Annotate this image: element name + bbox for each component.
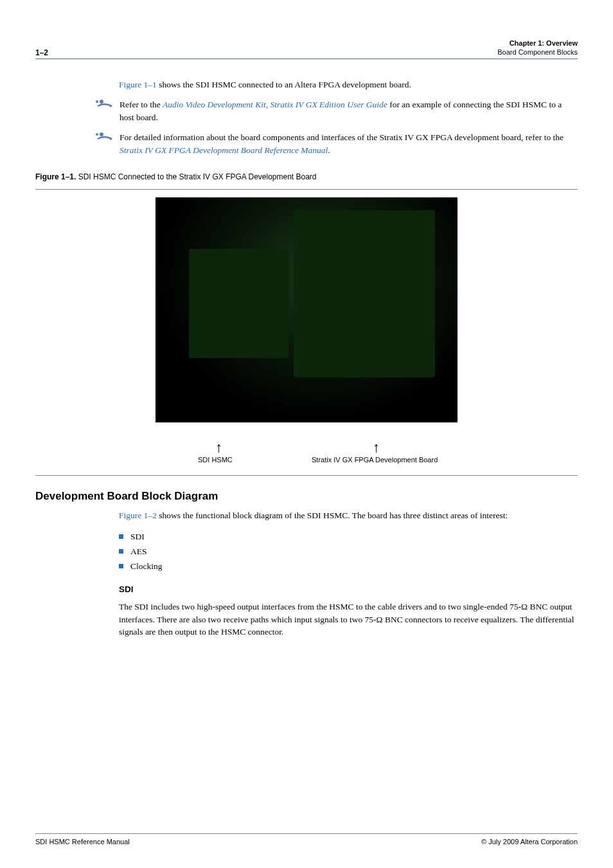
note2-post: .	[328, 145, 330, 155]
svg-point-3	[100, 132, 103, 136]
bullet-list: SDI AES Clocking	[119, 530, 578, 574]
note2-pre: For detailed information about the board…	[120, 132, 564, 142]
note-text: For detailed information about the board…	[120, 131, 578, 156]
page-header: 1–2 Chapter 1: Overview Board Component …	[35, 39, 578, 59]
note1-pre: Refer to the	[120, 100, 163, 109]
sdi-paragraph: The SDI includes two high-speed output i…	[119, 601, 578, 638]
figure-caption-text: SDI HSMC Connected to the Stratix IV GX …	[78, 172, 317, 181]
intro-text: shows the SDI HSMC connected to an Alter…	[157, 80, 411, 89]
footer-left: SDI HSMC Reference Manual	[35, 838, 130, 845]
intro-paragraph: Figure 1–1 shows the SDI HSMC connected …	[119, 78, 578, 91]
note-reference-2: For detailed information about the board…	[95, 131, 578, 156]
reference-icon	[95, 132, 114, 144]
figure-arrows: ↑ ↑	[35, 430, 578, 456]
callout-dev-board: Stratix IV GX FPGA Development Board	[312, 456, 438, 464]
user-guide-link[interactable]: Audio Video Development Kit, Stratix IV …	[163, 100, 387, 109]
section-heading: Development Board Block Diagram	[35, 490, 578, 503]
section-intro-text: shows the functional block diagram of th…	[157, 511, 508, 520]
figure-label: Figure 1–1.	[35, 172, 76, 181]
figure-caption: Figure 1–1. SDI HSMC Connected to the St…	[35, 172, 578, 181]
reference-manual-link[interactable]: Stratix IV GX FPGA Development Board Ref…	[120, 145, 328, 155]
board-photo	[155, 197, 458, 422]
reference-icon	[95, 100, 114, 111]
chapter-title: Chapter 1: Overview	[497, 39, 578, 48]
arrow-up-icon: ↑	[215, 439, 222, 456]
note-reference-1: Refer to the Audio Video Development Kit…	[95, 98, 578, 123]
footer-right: © July 2009 Altera Corporation	[481, 838, 578, 845]
subsection-heading: SDI	[119, 583, 578, 596]
figure-reference: Figure 1–2	[119, 511, 157, 520]
callout-sdi-hsmc: SDI HSMC	[198, 456, 233, 464]
header-right: Chapter 1: Overview Board Component Bloc…	[497, 39, 578, 57]
list-item: AES	[119, 545, 578, 559]
figure-container: ↑ ↑ SDI HSMC Stratix IV GX FPGA Developm…	[35, 189, 578, 476]
list-item: SDI	[119, 530, 578, 545]
page-number: 1–2	[35, 48, 48, 57]
svg-point-0	[96, 100, 98, 103]
svg-point-2	[96, 133, 98, 136]
section-crumb: Board Component Blocks	[497, 48, 578, 57]
figure-callouts: SDI HSMC Stratix IV GX FPGA Development …	[35, 456, 578, 469]
svg-point-1	[100, 100, 103, 104]
section-intro: Figure 1–2 shows the functional block di…	[119, 509, 578, 522]
arrow-up-icon: ↑	[373, 439, 380, 456]
list-item: Clocking	[119, 559, 578, 574]
figure-reference: Figure 1–1	[119, 80, 157, 89]
note-text: Refer to the Audio Video Development Kit…	[120, 98, 578, 123]
page-footer: SDI HSMC Reference Manual © July 2009 Al…	[35, 833, 578, 845]
